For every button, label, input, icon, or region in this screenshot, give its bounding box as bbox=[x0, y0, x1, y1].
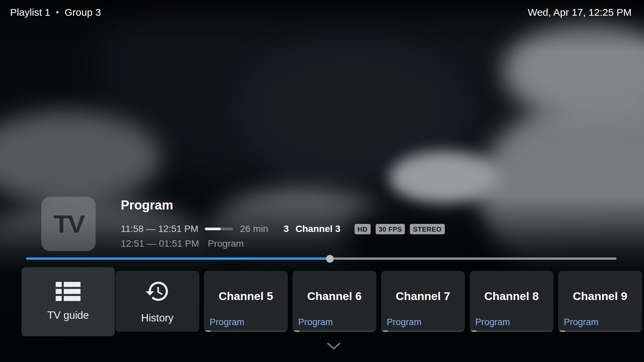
channel-card-name: Channel 6 bbox=[292, 290, 376, 303]
channel-card-progress-track bbox=[381, 330, 465, 332]
channel-card-program: Program bbox=[210, 317, 245, 327]
history-icon bbox=[145, 279, 170, 304]
channel-card-progress-track bbox=[470, 330, 553, 332]
seek-bar-fill bbox=[26, 257, 330, 260]
tv-guide-label: TV guide bbox=[47, 309, 89, 321]
channel-card-9[interactable]: Channel 9 Program bbox=[558, 271, 642, 332]
channel-card-progress-track bbox=[558, 330, 642, 332]
time-remaining: 26 min bbox=[240, 224, 268, 234]
program-title: Program bbox=[121, 198, 173, 213]
group-name: Group 3 bbox=[64, 7, 101, 18]
breadcrumb-separator-dot: • bbox=[56, 8, 59, 17]
program-progress-track bbox=[205, 228, 233, 230]
channel-card-7[interactable]: Channel 7 Program bbox=[381, 271, 465, 332]
channel-card-name: Channel 9 bbox=[558, 290, 642, 303]
playlist-name: Playlist 1 bbox=[10, 7, 50, 18]
stereo-badge: STEREO bbox=[410, 224, 444, 234]
next-time-range: 12:51 — 01:51 PM bbox=[121, 238, 199, 249]
channel-card-program: Program bbox=[564, 317, 599, 327]
channel-card-program: Program bbox=[298, 317, 333, 327]
next-program-title: Program bbox=[208, 238, 244, 249]
player-screen: Playlist 1 • Group 3 Wed, Apr 17, 12:25 … bbox=[0, 0, 644, 362]
channel-card-progress-track bbox=[292, 330, 376, 332]
channel-card-8[interactable]: Channel 8 Program bbox=[470, 271, 553, 332]
tv-guide-list-icon bbox=[56, 282, 80, 301]
seek-bar[interactable] bbox=[26, 257, 616, 260]
channel-card-6[interactable]: Channel 6 Program bbox=[292, 271, 376, 332]
channel-logo-placeholder-text: TV bbox=[53, 209, 84, 238]
history-label: History bbox=[141, 312, 173, 324]
channel-card-name: Channel 7 bbox=[381, 290, 465, 303]
current-program-row: 11:58 — 12:51 PM 26 min 3 Channel 3 HD 3… bbox=[121, 223, 445, 235]
channel-logo: TV bbox=[41, 197, 96, 251]
breadcrumb: Playlist 1 • Group 3 bbox=[10, 7, 101, 18]
next-program-row: 12:51 — 01:51 PM Program bbox=[121, 238, 244, 249]
seek-bar-thumb[interactable] bbox=[326, 255, 334, 262]
clock: Wed, Apr 17, 12:25 PM bbox=[528, 7, 632, 18]
channel-card-program: Program bbox=[475, 317, 510, 327]
channel-name: Channel 3 bbox=[296, 224, 340, 234]
channel-card-progress-track bbox=[204, 330, 288, 332]
channel-number: 3 bbox=[283, 224, 289, 234]
history-card[interactable]: History bbox=[115, 271, 199, 332]
tv-guide-card[interactable]: TV guide bbox=[21, 267, 115, 336]
scroll-down-button[interactable] bbox=[327, 342, 341, 350]
channel-card-name: Channel 8 bbox=[470, 290, 553, 303]
channel-card-name: Channel 5 bbox=[204, 290, 288, 303]
channel-card-program: Program bbox=[387, 317, 422, 327]
hd-badge: HD bbox=[355, 224, 371, 234]
channel-card-5[interactable]: Channel 5 Program bbox=[204, 271, 288, 332]
stream-badges: HD 30 FPS STEREO bbox=[355, 224, 445, 234]
program-progress-fill bbox=[205, 228, 220, 230]
chevron-down-icon bbox=[327, 342, 341, 350]
current-time-range: 11:58 — 12:51 PM bbox=[121, 224, 198, 234]
fps-badge: 30 FPS bbox=[376, 224, 405, 234]
